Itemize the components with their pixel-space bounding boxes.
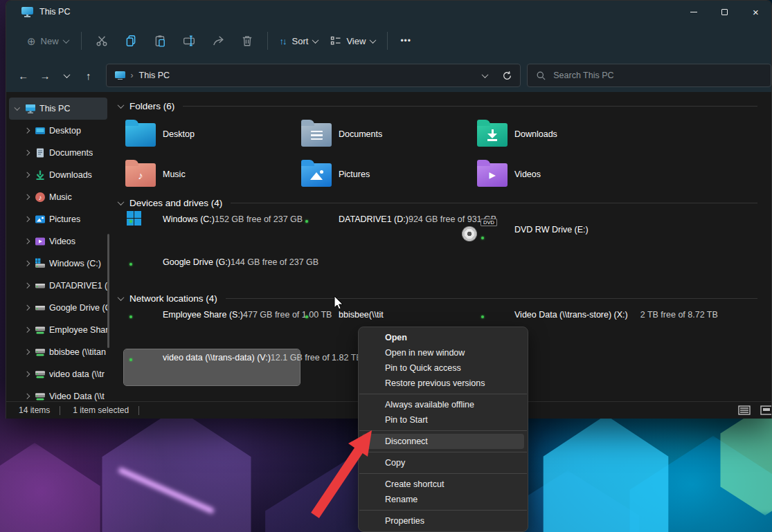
address-bar[interactable]: › This PC (106, 64, 521, 87)
chevron-right-icon[interactable] (21, 239, 33, 244)
large-icons-view-button[interactable] (759, 405, 772, 416)
folder-tile-documents[interactable]: Documents (300, 117, 476, 150)
context-menu: OpenOpen in new windowPin to Quick acces… (358, 327, 528, 532)
sidebar-item-this-pc[interactable]: This PC (9, 98, 107, 120)
folder-tile-pictures[interactable]: Pictures (300, 157, 476, 190)
menu-item-pin-to-quick-access[interactable]: Pin to Quick access (362, 360, 524, 376)
drive-tile-google-drive-g[interactable]: Google Drive (G:)144 GB free of 237 GB (124, 254, 300, 290)
trash-icon (241, 35, 253, 47)
sidebar-item-pictures[interactable]: Pictures (9, 208, 107, 230)
sidebar-item-videos[interactable]: Videos (9, 230, 107, 253)
section-header-devices[interactable]: Devices and drives (4) (118, 196, 757, 210)
folder-tile-desktop[interactable]: Desktop (124, 117, 300, 150)
refresh-button[interactable] (495, 71, 519, 81)
sidebar-item-datadrive1-d[interactable]: DATADRIVE1 (D (9, 275, 107, 297)
chevron-right-icon[interactable] (21, 284, 33, 288)
chevron-right-icon[interactable] (21, 151, 33, 155)
free-space-text: 12.1 GB free of 1.82 TB (271, 353, 362, 363)
details-view-button[interactable] (737, 405, 752, 416)
section-divider (183, 106, 757, 107)
forward-button[interactable]: → (35, 65, 55, 86)
breadcrumb[interactable]: This PC (139, 71, 170, 80)
sidebar-item-documents[interactable]: Documents (9, 142, 107, 164)
sidebar-item-label: Google Drive (G (49, 303, 107, 313)
menu-item-copy[interactable]: Copy (362, 455, 524, 470)
toolbar-separator (387, 32, 388, 50)
maximize-button[interactable] (709, 1, 740, 23)
delete-button[interactable] (233, 29, 262, 53)
folder-tile-downloads[interactable]: Downloads (476, 117, 652, 150)
folder-label: Videos (514, 169, 541, 179)
new-button[interactable]: ⊕ New (20, 32, 75, 51)
menu-item-rename[interactable]: Rename (362, 492, 524, 507)
menu-item-pin-to-start[interactable]: Pin to Start (362, 412, 524, 428)
section-header-network[interactable]: Network locations (4) (118, 291, 757, 305)
drive-tile-dvd-rw-drive-e[interactable]: DVDDVD RW Drive (E:) (476, 211, 652, 247)
up-button[interactable]: ↑ (78, 65, 98, 86)
share-icon (212, 35, 224, 47)
chevron-down-icon[interactable] (12, 107, 23, 111)
sidebar-item-music[interactable]: ♪Music (9, 186, 107, 208)
command-bar: ⊕ New (6, 23, 771, 59)
drive-windows-icon (33, 258, 48, 269)
title-bar[interactable]: This PC × (6, 1, 771, 23)
menu-item-create-shortcut[interactable]: Create shortcut (362, 477, 524, 492)
back-button[interactable]: ← (13, 65, 33, 86)
sidebar-item-desktop[interactable]: Desktop (9, 120, 107, 142)
menu-item-properties[interactable]: Properties (362, 513, 524, 529)
menu-item-open[interactable]: Open (362, 330, 524, 345)
drive-net-icon (33, 347, 48, 358)
close-button[interactable]: × (740, 1, 771, 23)
menu-item-restore-previous-versions[interactable]: Restore previous versions (362, 376, 524, 391)
chevron-right-icon[interactable] (21, 217, 33, 221)
chevron-right-icon[interactable] (21, 394, 33, 398)
sidebar-item-video-data-tr[interactable]: video data (\\tr (9, 363, 107, 385)
menu-item-open-in-new-window[interactable]: Open in new window (362, 345, 524, 360)
sidebar-item-bbisbee-titan[interactable]: bbisbee (\\titan (9, 341, 107, 363)
free-space-text: 2 TB free of 8.72 TB (628, 310, 718, 320)
chevron-right-icon[interactable] (21, 328, 33, 332)
address-dropdown-button[interactable] (474, 73, 495, 78)
videos-folder-icon: ▶ (477, 163, 508, 187)
sidebar-item-label: This PC (39, 104, 70, 113)
sidebar-item-downloads[interactable]: Downloads (9, 164, 107, 186)
drive-tile-datadrive1-d[interactable]: DATADRIVE1 (D:)924 GB free of 931 GB (300, 211, 476, 247)
recent-locations-button[interactable] (57, 65, 77, 86)
view-button[interactable]: View (324, 30, 381, 51)
downloads-icon (33, 169, 48, 181)
network-drive-tile-video-data-trans-data-v[interactable]: video data (\\trans-data) (V:)12.1 GB fr… (124, 349, 300, 385)
chevron-right-icon[interactable] (21, 262, 33, 266)
sidebar-item-windows-c[interactable]: Windows (C:) (9, 253, 107, 275)
menu-item-always-available-offline[interactable]: Always available offline (362, 397, 524, 412)
search-input[interactable]: Search This PC (527, 64, 771, 87)
folder-tile-music[interactable]: ♪Music (124, 157, 300, 190)
cut-button[interactable] (87, 29, 116, 53)
rename-button[interactable] (174, 29, 204, 53)
more-options-button[interactable]: ••• (393, 31, 418, 51)
sidebar-scrollbar[interactable] (107, 234, 109, 348)
chevron-right-icon[interactable] (21, 173, 33, 177)
network-drive-tile-employee-share-s[interactable]: Employee Share (S:)477 GB free of 1.00 T… (124, 306, 300, 342)
minimize-button[interactable] (678, 1, 709, 23)
chevron-right-icon[interactable] (21, 306, 33, 310)
drive-tile-windows-c[interactable]: Windows (C:)152 GB free of 237 GB (124, 211, 300, 247)
sort-button[interactable]: ↑↓ Sort (273, 31, 325, 51)
chevron-right-icon[interactable] (21, 372, 33, 376)
paste-button[interactable] (145, 29, 174, 53)
copy-icon (125, 35, 137, 47)
sidebar-item-employee-shar[interactable]: Employee Shar (9, 319, 107, 341)
menu-item-disconnect[interactable]: Disconnect (362, 434, 524, 449)
chevron-right-icon[interactable] (21, 195, 33, 199)
section-header-folders[interactable]: Folders (6) (118, 99, 757, 113)
copy-button[interactable] (116, 29, 145, 53)
chevron-down-icon (118, 294, 125, 301)
chevron-down-icon (481, 71, 488, 78)
sidebar-item-video-data-t[interactable]: Video Data (\\t (9, 385, 107, 401)
chevron-right-icon[interactable] (21, 350, 33, 354)
sidebar-item-google-drive-g[interactable]: Google Drive (G (9, 297, 107, 319)
share-button[interactable] (204, 29, 233, 53)
documents-icon (33, 147, 48, 158)
chevron-right-icon[interactable] (21, 129, 33, 133)
downloads-folder-icon (477, 123, 508, 147)
folder-tile-videos[interactable]: ▶Videos (476, 157, 652, 190)
